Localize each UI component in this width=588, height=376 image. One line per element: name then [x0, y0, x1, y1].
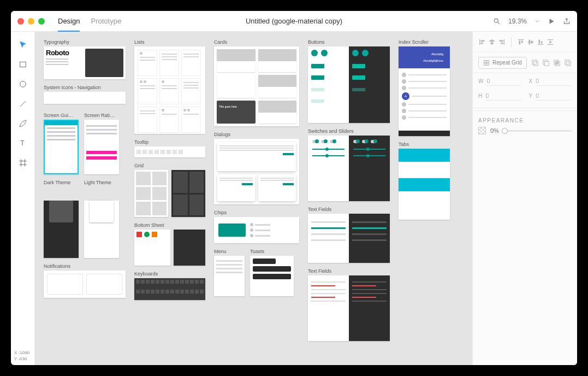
- canvas[interactable]: Typography Roboto System Icons - Navigat…: [35, 32, 472, 365]
- appearance-header: APPEARANCE: [473, 110, 577, 127]
- svg-point-4: [20, 81, 26, 87]
- artboard-label-toasts[interactable]: Toasts: [250, 249, 294, 254]
- artboard-chips[interactable]: [214, 217, 299, 243]
- opacity-icon: [478, 127, 486, 134]
- artboard-label-buttons[interactable]: Buttons: [308, 39, 390, 45]
- ellipse-tool[interactable]: [16, 78, 29, 91]
- align-left-icon[interactable]: [478, 38, 486, 46]
- opacity-value[interactable]: 0%: [490, 127, 499, 134]
- artboard-notifications[interactable]: [44, 271, 126, 298]
- roboto-heading: Roboto: [46, 49, 83, 57]
- artboard-label-cards[interactable]: Cards: [214, 39, 299, 45]
- align-center-h-icon[interactable]: [488, 38, 496, 46]
- y-input[interactable]: 0: [536, 92, 572, 101]
- artboard-label-notifications[interactable]: Notifications: [44, 263, 126, 269]
- artboard-label-bottom-sheet[interactable]: Bottom Sheet: [134, 222, 205, 228]
- artboard-label-dark-theme[interactable]: Dark Theme: [44, 180, 79, 185]
- svg-line-5: [20, 101, 25, 106]
- y-label: Y: [529, 93, 533, 99]
- chevron-down-icon[interactable]: [534, 19, 540, 24]
- svg-rect-33: [487, 60, 489, 62]
- rectangle-tool[interactable]: [16, 58, 29, 71]
- main-area: T X -1090 Y -630 Typography Roboto: [11, 32, 577, 365]
- svg-rect-31: [549, 41, 551, 43]
- window-controls: [17, 18, 45, 25]
- pathop-intersect-icon[interactable]: [553, 59, 561, 67]
- artboard-grid[interactable]: [134, 170, 205, 217]
- pathop-exclude-icon[interactable]: [564, 59, 572, 67]
- artboard-textfields2[interactable]: [308, 275, 390, 341]
- text-tool[interactable]: T: [16, 137, 29, 150]
- svg-rect-32: [484, 60, 486, 62]
- search-icon[interactable]: [493, 17, 501, 25]
- svg-rect-3: [20, 62, 26, 67]
- line-tool[interactable]: [16, 97, 29, 110]
- repeat-grid-row: Repeat Grid: [473, 52, 577, 73]
- artboard-label-screen-guide[interactable]: Screen Gui…: [44, 113, 79, 118]
- close-window-button[interactable]: [17, 18, 24, 25]
- artboard-keyboards[interactable]: [134, 278, 205, 300]
- artboard-tooltip[interactable]: [134, 146, 205, 157]
- artboard-typography[interactable]: Roboto: [44, 46, 126, 79]
- repeat-grid-button[interactable]: Repeat Grid: [478, 57, 527, 69]
- tab-prototype[interactable]: Prototype: [91, 11, 121, 32]
- svg-rect-27: [539, 39, 541, 43]
- artboard-label-grid[interactable]: Grid: [134, 163, 205, 168]
- artboard-label-textfields2[interactable]: Text Fields: [308, 268, 390, 274]
- svg-marker-2: [550, 19, 554, 24]
- artboard-tool[interactable]: [16, 156, 29, 169]
- artboard-label-menu[interactable]: Menu: [214, 249, 245, 254]
- artboard-label-lists[interactable]: Lists: [134, 39, 205, 45]
- artboard-label-keyboards[interactable]: Keyboards: [134, 271, 205, 277]
- titlebar: Design Prototype Untitled (google-materi…: [11, 11, 577, 32]
- artboard-index-scroller[interactable]: AbcdefgAbcdefghijklmno A: [399, 46, 450, 136]
- pathop-add-icon[interactable]: [531, 59, 539, 67]
- svg-rect-12: [480, 40, 484, 42]
- artboard-buttons[interactable]: [308, 46, 390, 123]
- index-bubble-1: Abcdefg: [428, 51, 447, 57]
- minimize-window-button[interactable]: [28, 18, 34, 25]
- artboard-label-screen-ratio[interactable]: Screen Rati…: [84, 113, 119, 118]
- artboard-bottom-sheet[interactable]: [134, 230, 205, 266]
- distribute-icon[interactable]: [547, 38, 554, 46]
- artboard-label-iconsnav[interactable]: System Icons - Navigation: [44, 85, 126, 90]
- artboard-label-chips[interactable]: Chips: [214, 210, 299, 215]
- artboard-label-light-theme[interactable]: Light Theme: [84, 180, 119, 185]
- pathop-subtract-icon[interactable]: [542, 59, 550, 67]
- align-top-icon[interactable]: [517, 38, 525, 46]
- tab-design[interactable]: Design: [58, 11, 80, 32]
- share-icon[interactable]: [563, 17, 571, 25]
- artboard-screen-ratio[interactable]: [84, 120, 119, 174]
- opacity-slider[interactable]: [503, 130, 572, 132]
- pen-tool[interactable]: [16, 117, 29, 130]
- artboard-lists[interactable]: [134, 46, 205, 134]
- artboard-menu[interactable]: [214, 256, 245, 296]
- zoom-level[interactable]: 19.3%: [508, 17, 527, 25]
- artboard-dialogs[interactable]: [214, 139, 299, 204]
- x-input[interactable]: 0: [536, 78, 572, 86]
- height-input[interactable]: 0: [485, 92, 521, 101]
- maximize-window-button[interactable]: [38, 18, 45, 25]
- artboard-textfields[interactable]: [308, 214, 390, 263]
- artboard-label-dialogs[interactable]: Dialogs: [214, 132, 299, 137]
- artboard-cards[interactable]: Title goes here: [214, 46, 299, 126]
- align-right-icon[interactable]: [498, 38, 506, 46]
- align-middle-icon[interactable]: [527, 38, 534, 46]
- artboard-switches[interactable]: [308, 136, 390, 201]
- width-input[interactable]: 0: [486, 78, 521, 86]
- artboard-label-tooltip[interactable]: Tooltip: [134, 139, 205, 145]
- align-bottom-icon[interactable]: [537, 38, 544, 46]
- artboard-tabs[interactable]: [399, 149, 450, 220]
- artboard-toasts[interactable]: [250, 256, 294, 296]
- artboard-dark-theme[interactable]: [44, 201, 79, 258]
- artboard-label-index[interactable]: Index Scroller: [399, 39, 450, 45]
- select-tool[interactable]: [16, 38, 29, 51]
- artboard-label-textfields[interactable]: Text Fields: [308, 207, 390, 212]
- artboard-light-theme[interactable]: [84, 201, 119, 258]
- artboard-screen-guide[interactable]: [44, 120, 79, 174]
- artboard-label-typography[interactable]: Typography: [44, 39, 126, 45]
- artboard-label-tabs[interactable]: Tabs: [399, 142, 450, 147]
- artboard-iconsnav[interactable]: [44, 92, 126, 104]
- artboard-label-switches[interactable]: Switches and Sliders: [308, 128, 390, 134]
- play-icon[interactable]: [548, 17, 555, 25]
